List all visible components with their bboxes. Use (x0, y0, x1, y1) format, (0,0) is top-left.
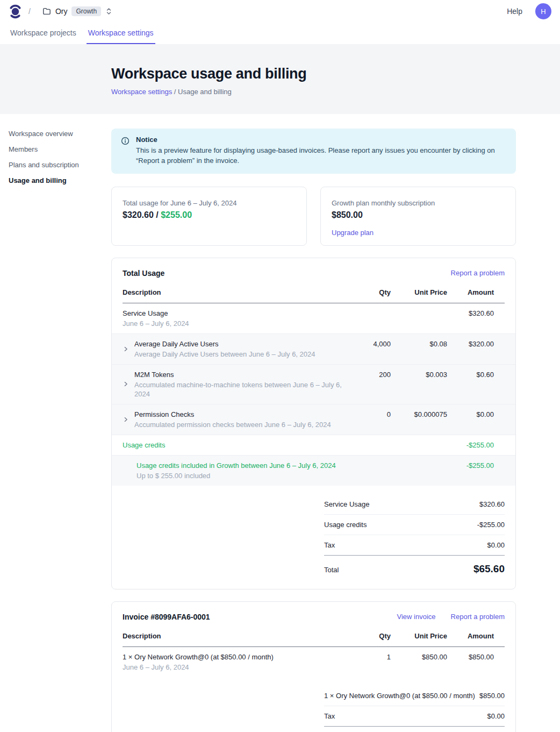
summary-row-tax: Tax $0.00 (324, 535, 505, 556)
row-unit-price: $850.00 (391, 652, 447, 661)
plan-subscription-card: Growth plan monthly subscription $850.00… (320, 187, 516, 246)
col-unit-price: Unit Price (391, 632, 447, 640)
sidebar-item-usage-billing[interactable]: Usage and billing (9, 175, 111, 186)
table-row-daily-active-users[interactable]: Average Daily Active Users Average Daily… (112, 333, 515, 364)
invoice-summary: 1 × Ory Network Growth@0 (at $850.00 / m… (324, 686, 505, 732)
row-title: Service Usage (123, 309, 189, 318)
row-unit-price (391, 309, 447, 309)
invoice-table-header: Description Qty Unit Price Amount (123, 621, 505, 647)
summary-label: Service Usage (324, 500, 370, 508)
avatar[interactable]: H (535, 3, 551, 19)
row-title: Usage credits (123, 440, 165, 450)
usage-included-amount: $255.00 (161, 210, 192, 219)
sidebar-item-workspace-overview[interactable]: Workspace overview (9, 129, 111, 139)
tab-workspace-projects[interactable]: Workspace projects (9, 23, 78, 44)
total-usage-card: Total usage for June 6 – July 6, 2024 $3… (111, 187, 307, 246)
row-unit-price (391, 461, 447, 461)
chevron-right-icon[interactable] (123, 381, 129, 387)
page-title: Workspace usage and billing (111, 66, 551, 82)
summary-cards: Total usage for June 6 – July 6, 2024 $3… (111, 187, 516, 246)
row-subtitle: Up to $ 255.00 included (137, 471, 336, 480)
col-amount: Amount (447, 288, 505, 296)
selector-icon (105, 8, 112, 15)
breadcrumb-current: Usage and billing (178, 88, 232, 96)
plan-label: Growth plan monthly subscription (332, 199, 505, 207)
usage-summary: Service Usage $320.60 Usage credits -$25… (324, 494, 505, 575)
col-qty: Qty (350, 288, 391, 296)
table-row-service-usage: Service Usage June 6 – July 6, 2024 $320… (112, 303, 515, 333)
chevron-right-icon[interactable] (123, 416, 129, 423)
help-button[interactable]: Help (504, 6, 526, 16)
col-unit-price: Unit Price (391, 288, 447, 296)
page-header: Workspace usage and billing Workspace se… (0, 44, 560, 114)
notice-banner: Notice This is a preview feature for dis… (111, 129, 516, 174)
summary-row-line-item: 1 × Ory Network Growth@0 (at $850.00 / m… (324, 686, 505, 706)
ory-logo[interactable] (9, 4, 22, 19)
table-row-permission-checks[interactable]: Permission Checks Accumulated permission… (112, 404, 515, 435)
row-amount: $0.00 (447, 410, 505, 418)
workspace-name: Ory (55, 7, 68, 16)
col-amount: Amount (447, 632, 505, 640)
info-icon (121, 137, 130, 145)
row-qty: 4,000 (350, 339, 391, 348)
row-qty: 0 (350, 410, 391, 418)
notice-title: Notice (136, 136, 506, 144)
table-row-m2m-tokens[interactable]: M2M Tokens Accumulated machine-to-machin… (112, 364, 515, 404)
summary-row-service-usage: Service Usage $320.60 (324, 494, 505, 515)
row-unit-price: $0.000075 (391, 410, 447, 418)
workspace-switcher[interactable]: Ory Growth (42, 6, 112, 16)
report-problem-link[interactable]: Report a problem (451, 269, 505, 277)
summary-row-total: Total $850.00 (324, 727, 505, 732)
summary-label: Tax (324, 712, 335, 720)
row-qty: 200 (350, 370, 391, 379)
settings-sidebar: Workspace overview Members Plans and sub… (9, 129, 111, 186)
row-amount: $0.60 (447, 370, 505, 379)
breadcrumb-divider: / (174, 88, 178, 96)
row-amount: $850.00 (447, 652, 505, 661)
summary-value: $0.00 (487, 541, 505, 549)
usage-current-amount: $320.60 (123, 210, 154, 219)
summary-row-tax: Tax $0.00 (324, 706, 505, 727)
total-value: $65.60 (473, 563, 505, 575)
table-row-usage-credits: Usage credits -$255.00 (112, 435, 515, 455)
upgrade-plan-link[interactable]: Upgrade plan (332, 229, 374, 237)
summary-label: 1 × Ory Network Growth@0 (at $850.00 / m… (324, 692, 475, 700)
row-title: 1 × Ory Network Growth@0 (at $850.00 / m… (123, 652, 274, 662)
summary-row-usage-credits: Usage credits -$255.00 (324, 515, 505, 535)
row-amount: $320.60 (447, 309, 505, 317)
breadcrumb-settings-link[interactable]: Workspace settings (111, 88, 172, 96)
breadcrumb-separator: / (28, 7, 31, 16)
notice-body: This is a preview feature for displaying… (136, 146, 506, 166)
sidebar-item-plans-subscription[interactable]: Plans and subscription (9, 160, 111, 170)
row-qty (350, 309, 391, 309)
col-description: Description (123, 288, 350, 296)
row-title: Permission Checks (134, 410, 331, 419)
breadcrumb: Workspace settings / Usage and billing (111, 88, 551, 96)
row-subtitle: June 6 – July 6, 2024 (123, 319, 189, 328)
row-subtitle: Accumulated permission checks between Ju… (134, 420, 331, 429)
chevron-right-icon[interactable] (123, 346, 129, 352)
invoice-title: Invoice #8099AFA6-0001 (123, 613, 210, 621)
usage-table-header: Description Qty Unit Price Amount (123, 278, 505, 303)
total-label: Total (324, 566, 339, 574)
col-description: Description (123, 632, 350, 640)
row-unit-price: $0.003 (391, 370, 447, 379)
workspace-tabs: Workspace projects Workspace settings (0, 23, 560, 44)
row-amount: -$255.00 (447, 440, 505, 449)
row-qty (350, 461, 391, 461)
summary-value: $850.00 (479, 692, 505, 700)
view-invoice-link[interactable]: View invoice (397, 613, 436, 621)
tab-workspace-settings[interactable]: Workspace settings (87, 23, 155, 44)
usage-divider: / (154, 210, 161, 219)
row-subtitle: Accumulated machine-to-machine tokens be… (134, 380, 350, 399)
report-problem-link[interactable]: Report a problem (451, 613, 505, 621)
sidebar-item-members[interactable]: Members (9, 144, 111, 155)
row-qty (350, 440, 391, 441)
plan-badge: Growth (71, 6, 101, 16)
row-title: Usage credits included in Growth between… (137, 461, 336, 470)
row-title: M2M Tokens (134, 370, 350, 379)
folder-icon (42, 7, 51, 16)
plan-amount: $850.00 (332, 210, 505, 220)
row-unit-price (391, 440, 447, 441)
notice-content: Notice This is a preview feature for dis… (136, 136, 506, 166)
